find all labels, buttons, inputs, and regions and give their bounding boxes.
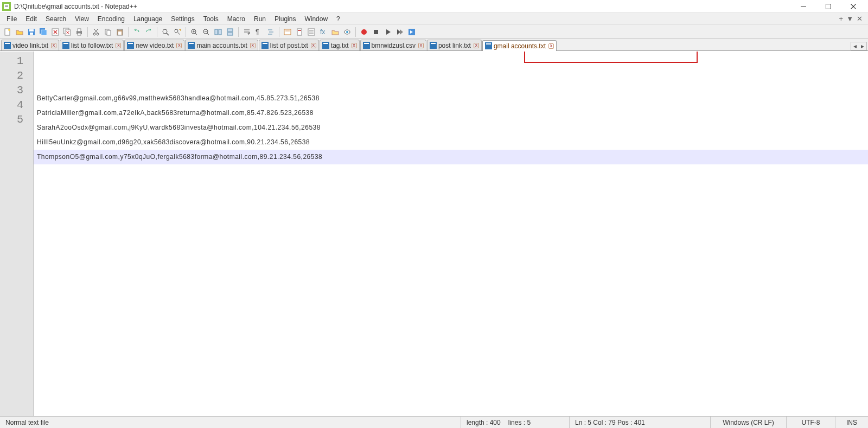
svg-line-35: [167, 33, 169, 35]
tab-list-of-post-txt[interactable]: list of post.txtx: [259, 40, 319, 50]
tab-close-icon[interactable]: x: [250, 43, 256, 48]
file-icon: [322, 42, 329, 49]
file-icon: [188, 42, 195, 49]
menu-language[interactable]: Language: [129, 14, 167, 24]
new-file-button[interactable]: [2, 27, 13, 37]
redo-button[interactable]: [143, 27, 154, 37]
record-macro-button[interactable]: [359, 27, 369, 37]
tab-close-icon[interactable]: x: [311, 43, 316, 48]
svg-rect-33: [118, 31, 122, 35]
tab-close-icon[interactable]: x: [548, 43, 554, 49]
menu-settings[interactable]: Settings: [167, 14, 199, 24]
save-all-button[interactable]: [38, 27, 49, 37]
status-filetype: Normal text file: [0, 417, 461, 428]
menu-edit[interactable]: Edit: [21, 14, 41, 24]
svg-rect-32: [118, 29, 122, 30]
svg-rect-24: [78, 33, 81, 35]
tab-close-icon[interactable]: x: [352, 43, 357, 48]
undo-button[interactable]: [131, 27, 142, 37]
svg-point-65: [361, 29, 367, 35]
tab-close-icon[interactable]: x: [474, 43, 479, 48]
close-button[interactable]: [841, 0, 866, 13]
sync-v-button[interactable]: [213, 27, 224, 37]
show-all-chars-button[interactable]: ¶: [253, 27, 264, 37]
stop-macro-button[interactable]: [371, 27, 381, 37]
tab-label: bmrwidzusl.csv: [372, 42, 416, 49]
tab-list-to-follow-txt[interactable]: list to follow.txtx: [60, 40, 124, 50]
monitor-button[interactable]: [342, 27, 353, 37]
tab-bmrwidzusl-csv[interactable]: bmrwidzusl.csvx: [360, 40, 426, 50]
menu-search[interactable]: Search: [41, 14, 71, 24]
tab-close-icon[interactable]: x: [176, 43, 182, 48]
indent-guide-button[interactable]: [265, 27, 276, 37]
svg-rect-2: [5, 5, 8, 5]
tab-label: post link.txt: [438, 42, 471, 49]
open-file-button[interactable]: [14, 27, 25, 37]
line-gutter: 12345: [0, 52, 34, 416]
save-button[interactable]: [26, 27, 37, 37]
play-macro-button[interactable]: [382, 27, 393, 37]
sync-h-button[interactable]: [225, 27, 235, 37]
tab-close-icon[interactable]: x: [51, 43, 56, 48]
code-line[interactable]: SarahA2ooOsdx@gmail.com,j9KyU,wardk5683i…: [34, 120, 868, 135]
toolbar-close-icon[interactable]: ✕: [857, 15, 863, 23]
play-multi-button[interactable]: [394, 27, 405, 37]
print-button[interactable]: [74, 27, 85, 37]
svg-line-43: [207, 33, 209, 35]
zoom-out-button[interactable]: [201, 27, 212, 37]
svg-rect-3: [5, 7, 8, 7]
tab-scroll[interactable]: ◂▸: [851, 42, 867, 50]
menu-run[interactable]: Run: [250, 14, 270, 24]
cut-button[interactable]: [91, 27, 101, 37]
code-area[interactable]: BettyCarter@gmail.com,g66v99,matthewk568…: [34, 52, 868, 416]
menu-?[interactable]: ?: [332, 14, 344, 24]
menu-view[interactable]: View: [71, 14, 93, 24]
menu-macro[interactable]: Macro: [223, 14, 250, 24]
close-file-button[interactable]: [50, 27, 61, 37]
tab-new-video-txt[interactable]: new video.txtx: [124, 40, 184, 50]
menu-plugins[interactable]: Plugins: [270, 14, 300, 24]
code-line[interactable]: HillI5euUnkz@gmail.com,d96g20,xak5683dis…: [34, 135, 868, 150]
find-button[interactable]: [160, 27, 171, 37]
code-line[interactable]: ThompsonO5@gmail.com,y75x0qJuO,fergalk56…: [34, 150, 868, 164]
zoom-in-button[interactable]: [189, 27, 200, 37]
maximize-button[interactable]: [816, 0, 841, 13]
doc-list-button[interactable]: [306, 27, 317, 37]
status-length: length : 400: [467, 419, 501, 426]
menu-tools[interactable]: Tools: [199, 14, 223, 24]
toolbar-dropdown-icon[interactable]: ▼: [846, 15, 853, 23]
tab-gmail-accounts-txt[interactable]: gmail accounts.txtx: [482, 40, 557, 51]
status-ins: INS: [835, 417, 868, 428]
copy-button[interactable]: [103, 27, 113, 37]
tab-post-link-txt[interactable]: post link.txtx: [427, 40, 482, 50]
menu-encoding[interactable]: Encoding: [93, 14, 129, 24]
menu-window[interactable]: Window: [300, 14, 332, 24]
save-macro-button[interactable]: [406, 27, 417, 37]
replace-button[interactable]: [172, 27, 183, 37]
editor: 12345 BettyCarter@gmail.com,g66v99,matth…: [0, 51, 868, 416]
file-icon: [4, 42, 11, 49]
code-line[interactable]: BettyCarter@gmail.com,g66v99,matthewk568…: [34, 91, 868, 106]
udl-button[interactable]: [282, 27, 293, 37]
toolbar-plus-icon[interactable]: +: [839, 15, 844, 23]
folder-workspace-button[interactable]: [330, 27, 341, 37]
tab-video-link-txt[interactable]: video link.txtx: [1, 40, 59, 50]
tab-close-icon[interactable]: x: [418, 43, 424, 48]
tab-close-icon[interactable]: x: [116, 43, 121, 48]
func-list-button[interactable]: fx: [318, 27, 329, 37]
close-all-button[interactable]: [62, 27, 73, 37]
file-icon: [363, 42, 370, 49]
minimize-button[interactable]: [791, 0, 816, 13]
menu-file[interactable]: File: [2, 14, 21, 24]
code-line[interactable]: PatriciaMiller@gmail.com,a72eIkA,back568…: [34, 106, 868, 120]
tab-tag-txt[interactable]: tag.txtx: [320, 40, 360, 50]
file-icon: [62, 42, 69, 49]
svg-text:fx: fx: [320, 28, 325, 36]
svg-rect-44: [215, 29, 218, 35]
doc-map-button[interactable]: [294, 27, 305, 37]
menu-bar: FileEditSearchViewEncodingLanguageSettin…: [0, 13, 868, 25]
tab-main-accounts-txt[interactable]: main accounts.txtx: [185, 40, 258, 50]
word-wrap-button[interactable]: [241, 27, 252, 37]
svg-point-36: [175, 29, 178, 33]
paste-button[interactable]: [114, 27, 125, 37]
